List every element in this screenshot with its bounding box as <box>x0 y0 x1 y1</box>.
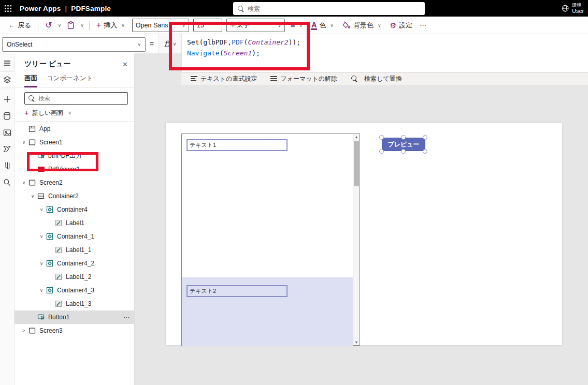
tree-item-container4_1[interactable]: ∨Container4_1 <box>15 230 134 243</box>
selection-handle[interactable] <box>379 135 384 140</box>
remove-formatting-button[interactable]: フォーマットの解除 <box>270 75 337 83</box>
font-color-button[interactable]: A 色 ∨ <box>308 19 338 32</box>
fx-dropdown[interactable]: fx ∨ <box>159 34 181 53</box>
undo-dropdown-chevron[interactable]: ∨ <box>56 21 63 30</box>
tree-item-container4_3[interactable]: ∨Container4_3 <box>15 284 134 297</box>
tree-item-label: Container4_3 <box>57 287 94 294</box>
gear-icon: ⚙ <box>390 21 397 29</box>
tree-search-input[interactable] <box>38 95 124 101</box>
format-text-button[interactable]: テキストの書式設定 <box>191 75 257 83</box>
rail-search-icon[interactable] <box>0 174 15 190</box>
screen-icon <box>28 138 36 146</box>
fill-color-button[interactable]: 背景色 ∨ <box>339 19 386 32</box>
chevron-down-icon[interactable]: ∨ <box>37 261 46 266</box>
container2-preview[interactable]: テキスト1 テキスト2 ▲ ▼ <box>181 134 360 346</box>
tree-item-container2[interactable]: ∨Container2 <box>15 189 134 203</box>
formula-line: Navigate(Screen1); <box>187 48 588 58</box>
chevron-down-icon[interactable]: ∨ <box>37 288 46 293</box>
tree-item-button1[interactable]: Button1⋯ <box>15 310 134 324</box>
global-search-box[interactable] <box>233 2 425 15</box>
tree-item-list: App∨Screen1btnPDF出力PDFPdfViewer1∨Screen2… <box>15 122 134 337</box>
tree-search-box[interactable] <box>24 92 128 105</box>
command-bar: ← 戻る ↺ ∨ ∨ + 挿入 ∨ Open Sans ∨ 15 中太字 ∨ <box>0 17 588 34</box>
back-button[interactable]: ← 戻る <box>5 19 34 32</box>
rail-tree-view-icon[interactable] <box>0 72 15 87</box>
tree-item-label: Container4_1 <box>57 233 94 240</box>
selection-handle[interactable] <box>379 149 384 154</box>
waffle-menu-icon[interactable] <box>0 0 16 17</box>
property-dropdown[interactable]: OnSelect ∨ <box>2 37 146 52</box>
font-weight-dropdown[interactable]: 中太字 ∨ <box>226 19 285 32</box>
selection-handle[interactable] <box>401 149 406 154</box>
tree-item-screen3[interactable]: >Screen3 <box>15 324 134 337</box>
tree-item-screen1[interactable]: ∨Screen1 <box>15 136 134 149</box>
font-family-dropdown[interactable]: Open Sans ∨ <box>132 19 189 32</box>
tree-item-label1_3[interactable]: Label1_3 <box>15 297 134 310</box>
global-search-input[interactable] <box>248 5 421 12</box>
tab-screens[interactable]: 画面 <box>24 74 37 87</box>
selection-handle[interactable] <box>423 149 427 154</box>
svg-text:PDF: PDF <box>38 169 43 171</box>
selection-handle[interactable] <box>423 135 427 140</box>
paste-dropdown-chevron[interactable]: ∨ <box>79 21 85 30</box>
scroll-down-icon[interactable]: ▼ <box>353 340 360 344</box>
chevron-right-icon[interactable]: > <box>20 328 28 333</box>
tree-item-app[interactable]: App <box>15 122 134 136</box>
tree-item-label: Container4_2 <box>57 260 94 267</box>
container-scrollbar[interactable]: ▲ ▼ <box>353 134 360 345</box>
tree-item-label: Label1 <box>66 219 84 227</box>
alignment-button[interactable]: ≡ ∨ <box>288 19 307 32</box>
scrollbar-thumb[interactable] <box>354 141 359 186</box>
rail-power-automate-icon[interactable] <box>0 141 15 157</box>
tree-item-pdfviewer1[interactable]: PDFPdfViewer1 <box>15 162 134 176</box>
new-screen-button[interactable]: + 新しい画面 ∨ <box>15 105 134 122</box>
chevron-down-icon: ∨ <box>137 42 141 47</box>
undo-button[interactable]: ↺ <box>42 18 55 32</box>
tree-item-container4[interactable]: ∨Container4 <box>15 203 134 216</box>
environment-label: 環境 User <box>572 3 584 14</box>
rail-insert-plus-icon[interactable] <box>0 92 15 107</box>
tree-item-label1[interactable]: Label1 <box>15 216 134 230</box>
rail-variables-icon[interactable] <box>0 158 15 173</box>
rail-media-icon[interactable] <box>0 125 15 140</box>
formula-editor[interactable]: Set(glbPDF,PDF(Container2));Navigate(Scr… <box>181 34 588 72</box>
tree-item-btnpdf出力[interactable]: btnPDF出力 <box>15 149 134 162</box>
tree-item-label1_1[interactable]: Label1_1 <box>15 243 134 257</box>
tree-item-container4_2[interactable]: ∨Container4_2 <box>15 257 134 270</box>
tree-item-label: Screen2 <box>39 179 63 186</box>
chevron-down-icon[interactable]: ∨ <box>28 194 37 199</box>
clipboard-icon <box>67 21 75 29</box>
scroll-up-icon[interactable]: ▲ <box>353 135 360 139</box>
insert-button[interactable]: + 挿入 ∨ <box>93 19 130 32</box>
chevron-down-icon: ∨ <box>179 23 185 28</box>
tree-item-screen2[interactable]: ∨Screen2 <box>15 176 134 189</box>
tab-components[interactable]: コンポーネント <box>47 74 93 87</box>
container-icon <box>46 205 54 214</box>
canvas-artboard[interactable]: テキスト1 テキスト2 ▲ ▼ プレビュー <box>166 123 562 345</box>
tree-view-panel: ツリー ビュー ✕ 画面 コンポーネント + 新しい画面 ∨ App∨Scree… <box>15 53 135 385</box>
selection-handle[interactable] <box>401 135 406 140</box>
settings-button[interactable]: ⚙ 設定 <box>387 19 416 32</box>
font-size-field[interactable]: 15 <box>193 19 222 32</box>
close-icon[interactable]: ✕ <box>122 61 128 68</box>
rail-hamburger-icon[interactable] <box>0 55 15 71</box>
label1-3-control[interactable]: テキスト2 <box>187 285 288 297</box>
chevron-down-icon[interactable]: ∨ <box>37 234 46 239</box>
search-icon <box>351 75 358 82</box>
item-more-icon[interactable]: ⋯ <box>123 314 130 321</box>
chevron-down-icon[interactable]: ∨ <box>20 180 28 185</box>
rail-data-icon[interactable] <box>0 108 15 124</box>
more-commands-button[interactable]: ⋯ <box>417 19 429 31</box>
screen-icon <box>28 179 36 187</box>
paste-button[interactable] <box>64 19 78 32</box>
label1-control[interactable]: テキスト1 <box>187 139 288 151</box>
app-title: Power Apps|PDFSample <box>20 5 111 12</box>
left-navigation-rail <box>0 53 15 385</box>
chevron-down-icon[interactable]: ∨ <box>20 140 28 145</box>
tree-item-label1_2[interactable]: Label1_2 <box>15 270 134 284</box>
top-app-bar: Power Apps|PDFSample 環境 User <box>0 0 588 17</box>
environment-picker[interactable]: 環境 User <box>561 0 588 17</box>
find-replace-button[interactable]: 検索して置換 <box>351 75 402 83</box>
pdf-icon: PDF <box>37 165 45 173</box>
chevron-down-icon[interactable]: ∨ <box>37 207 46 212</box>
